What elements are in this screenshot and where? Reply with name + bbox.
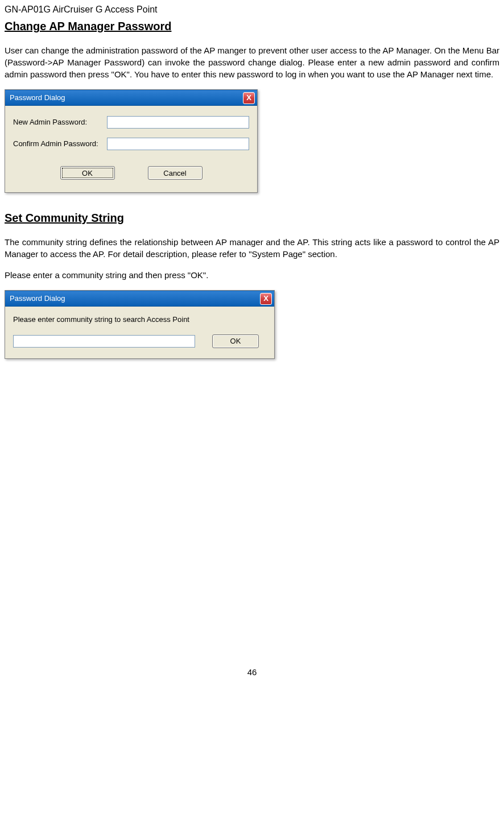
cancel-button[interactable]: Cancel xyxy=(148,166,203,180)
form-row-community: OK xyxy=(13,334,266,348)
section-heading-community-string: Set Community String xyxy=(5,210,499,226)
new-admin-password-input[interactable] xyxy=(107,116,249,129)
paragraph-community-string-1: The community string defines the relatio… xyxy=(5,236,499,260)
section-heading-change-password: Change AP Manager Password xyxy=(5,18,499,34)
dialog-title: Password Dialog xyxy=(10,93,65,103)
password-dialog-2: Password Dialog X Please enter community… xyxy=(5,290,275,358)
button-row: OK Cancel xyxy=(13,166,249,180)
ok-button[interactable]: OK xyxy=(60,166,115,180)
confirm-admin-password-input[interactable] xyxy=(107,138,249,150)
label-community-string: Please enter community string to search … xyxy=(13,315,266,325)
label-confirm-password: Confirm Admin Password: xyxy=(13,139,107,149)
dialog-body: Please enter community string to search … xyxy=(5,307,274,358)
page-number: 46 xyxy=(5,666,499,678)
ok-button[interactable]: OK xyxy=(212,334,259,348)
dialog-title: Password Dialog xyxy=(10,294,65,304)
close-button[interactable]: X xyxy=(243,92,255,104)
community-string-input[interactable] xyxy=(13,335,195,348)
label-new-password: New Admin Password: xyxy=(13,117,107,127)
document-header: GN-AP01G AirCruiser G Access Point xyxy=(5,3,499,16)
titlebar: Password Dialog X xyxy=(5,291,274,307)
password-dialog-1: Password Dialog X New Admin Password: Co… xyxy=(5,89,258,193)
close-button[interactable]: X xyxy=(260,293,272,305)
form-row-new-password: New Admin Password: xyxy=(13,116,249,129)
form-row-confirm-password: Confirm Admin Password: xyxy=(13,138,249,150)
close-icon: X xyxy=(246,93,251,103)
paragraph-change-password: User can change the administration passw… xyxy=(5,44,499,80)
close-icon: X xyxy=(263,294,268,304)
titlebar: Password Dialog X xyxy=(5,90,257,106)
paragraph-community-string-2: Please enter a community string and then… xyxy=(5,269,499,281)
dialog-body: New Admin Password: Confirm Admin Passwo… xyxy=(5,106,257,192)
